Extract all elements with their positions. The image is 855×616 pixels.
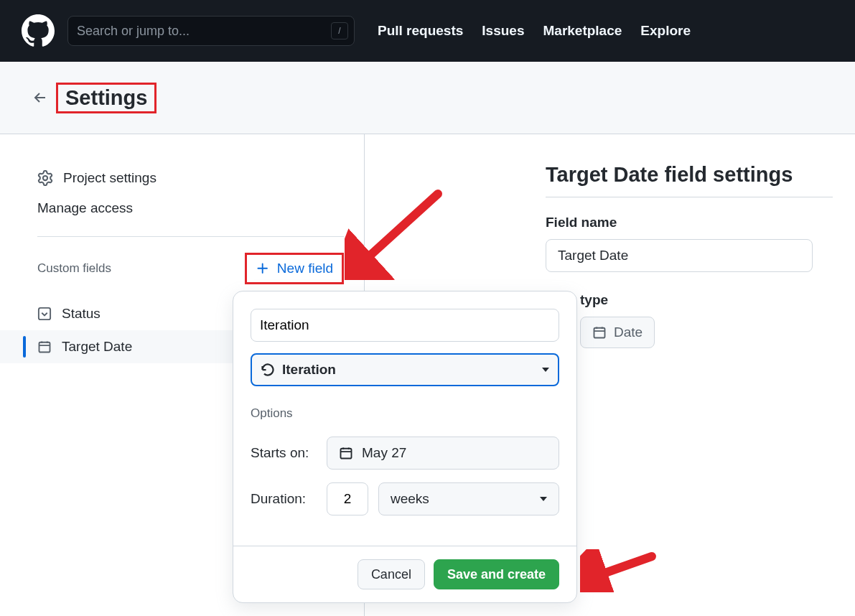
starts-on-value: May 27 — [362, 445, 406, 461]
site-header: Search or jump to... / Pull requests Iss… — [0, 0, 855, 62]
starts-on-button[interactable]: May 27 — [327, 437, 559, 470]
field-type-pill: Date — [580, 317, 655, 348]
field-type-value: Date — [614, 325, 643, 340]
svg-rect-3 — [341, 449, 352, 459]
type-value: Iteration — [282, 362, 336, 378]
duration-label: Duration: — [251, 491, 317, 507]
nav-links: Pull requests Issues Marketplace Explore — [378, 23, 691, 39]
duration-unit-value: weeks — [391, 491, 429, 507]
svg-rect-2 — [594, 328, 605, 338]
nav-pull-requests[interactable]: Pull requests — [378, 23, 463, 39]
custom-fields-label: Custom fields — [37, 261, 111, 276]
field-name-input[interactable] — [546, 239, 813, 272]
nav-explore[interactable]: Explore — [640, 23, 691, 39]
custom-fields-header: Custom fields New field — [0, 237, 364, 297]
github-logo[interactable] — [22, 14, 55, 47]
save-and-create-button[interactable]: Save and create — [434, 559, 559, 589]
gear-icon — [37, 170, 53, 186]
page-subheader: Settings — [0, 62, 855, 134]
popover-footer: Cancel Save and create — [233, 546, 576, 602]
iteration-icon — [261, 363, 275, 377]
duration-input[interactable] — [327, 482, 368, 515]
annotation-arrow — [345, 187, 445, 280]
nav-issues[interactable]: Issues — [482, 23, 524, 39]
calendar-icon — [592, 325, 607, 340]
new-field-name-input[interactable] — [251, 309, 559, 342]
field-label: Target Date — [62, 339, 132, 355]
search-kbd-hint: / — [331, 22, 348, 39]
options-label: Options — [251, 406, 559, 421]
calendar-icon — [339, 446, 353, 460]
duration-unit-select[interactable]: weeks — [378, 482, 559, 515]
single-select-icon — [37, 307, 52, 321]
search-placeholder: Search or jump to... — [77, 24, 190, 39]
field-type-label: type — [580, 292, 855, 308]
page-title: Settings — [56, 83, 156, 113]
new-field-popover: Iteration Options Starts on: May 27 Dura… — [233, 291, 577, 603]
nav-marketplace[interactable]: Marketplace — [543, 23, 622, 39]
new-field-type-select[interactable]: Iteration — [251, 353, 559, 386]
starts-on-label: Starts on: — [251, 445, 317, 461]
cancel-button[interactable]: Cancel — [358, 559, 425, 589]
sidebar-item-project-settings[interactable]: Project settings — [37, 163, 344, 193]
plus-icon — [256, 261, 270, 276]
svg-rect-0 — [39, 308, 50, 319]
annotation-arrow — [580, 549, 659, 592]
search-input[interactable]: Search or jump to... / — [67, 16, 355, 46]
sidebar-label: Manage access — [37, 200, 133, 216]
main-title: Target Date field settings — [546, 163, 833, 197]
field-name-label: Field name — [546, 215, 855, 230]
duration-row: Duration: weeks — [251, 482, 559, 515]
sidebar-label: Project settings — [63, 170, 156, 186]
chevron-down-icon — [540, 497, 547, 501]
field-label: Status — [62, 306, 101, 322]
new-field-label: New field — [277, 261, 333, 276]
new-field-button[interactable]: New field — [245, 253, 344, 284]
chevron-down-icon — [542, 368, 549, 372]
calendar-icon — [37, 340, 52, 354]
starts-on-row: Starts on: May 27 — [251, 437, 559, 470]
svg-rect-1 — [39, 342, 50, 353]
sidebar-item-manage-access[interactable]: Manage access — [37, 193, 344, 223]
back-arrow-icon[interactable] — [32, 89, 49, 106]
